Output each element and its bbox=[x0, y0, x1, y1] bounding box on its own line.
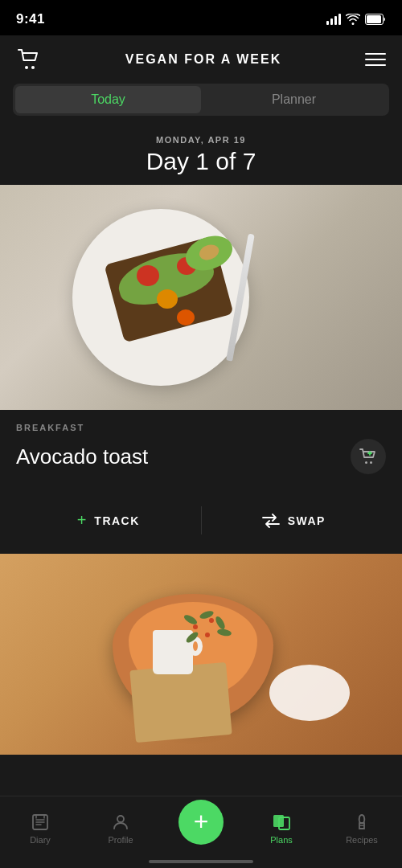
add-icon: + bbox=[194, 809, 209, 834]
diary-icon bbox=[31, 813, 50, 832]
svg-point-5 bbox=[370, 461, 372, 464]
svg-point-7 bbox=[117, 816, 124, 822]
cart-icon[interactable] bbox=[16, 47, 42, 72]
bottom-nav: Diary Profile + Plans Recipes bbox=[0, 796, 402, 868]
add-to-cart-button[interactable] bbox=[351, 439, 386, 474]
status-icons bbox=[326, 14, 386, 25]
svg-rect-1 bbox=[367, 15, 381, 23]
nav-item-plans[interactable]: Plans bbox=[241, 813, 322, 845]
profile-icon bbox=[111, 813, 130, 832]
recipes-icon bbox=[352, 813, 371, 832]
nav-diary-label: Diary bbox=[30, 835, 51, 845]
action-buttons: + TRACK SWAP bbox=[0, 495, 402, 554]
meal-name-row: Avocado toast bbox=[16, 439, 386, 474]
tab-today[interactable]: Today bbox=[15, 86, 201, 113]
svg-point-4 bbox=[365, 461, 367, 464]
svg-point-2 bbox=[25, 66, 28, 69]
meal-type-label: BREAKFAST bbox=[16, 423, 386, 432]
soup-cream bbox=[269, 665, 350, 721]
breakfast-image bbox=[0, 185, 402, 410]
menu-line-3 bbox=[365, 64, 386, 66]
nav-item-recipes[interactable]: Recipes bbox=[322, 813, 402, 845]
nav-item-profile[interactable]: Profile bbox=[80, 813, 161, 845]
plus-icon: + bbox=[77, 511, 87, 530]
day-label: Day 1 of 7 bbox=[0, 148, 402, 175]
header-title: VEGAN FOR A WEEK bbox=[125, 52, 281, 67]
nav-profile-label: Profile bbox=[108, 835, 133, 845]
swap-button[interactable]: SWAP bbox=[202, 500, 387, 541]
tabs: Today Planner bbox=[13, 84, 389, 116]
svg-point-3 bbox=[31, 66, 35, 69]
home-indicator bbox=[149, 860, 253, 863]
swap-icon bbox=[262, 514, 280, 528]
signal-icon bbox=[326, 14, 341, 25]
date-label: MONDAY, APR 19 bbox=[0, 135, 402, 145]
track-label: TRACK bbox=[94, 514, 140, 527]
add-button[interactable]: + bbox=[178, 800, 224, 845]
tomato-1 bbox=[137, 265, 159, 286]
status-time: 9:41 bbox=[16, 11, 45, 27]
tab-planner[interactable]: Planner bbox=[201, 86, 387, 113]
meal-info: BREAKFAST Avocado toast bbox=[0, 410, 402, 495]
nav-recipes-label: Recipes bbox=[346, 835, 378, 845]
nav-plans-label: Plans bbox=[270, 835, 293, 845]
menu-line-2 bbox=[365, 59, 386, 60]
header: VEGAN FOR A WEEK bbox=[0, 35, 402, 84]
battery-icon bbox=[365, 14, 386, 25]
track-button[interactable]: + TRACK bbox=[16, 500, 201, 541]
tomato-4 bbox=[177, 309, 195, 326]
plans-icon bbox=[272, 813, 291, 832]
swap-label: SWAP bbox=[288, 514, 326, 527]
nav-item-diary[interactable]: Diary bbox=[0, 813, 80, 845]
tomato-2 bbox=[157, 289, 178, 309]
date-section: MONDAY, APR 19 Day 1 of 7 bbox=[0, 122, 402, 185]
menu-line-1 bbox=[365, 53, 386, 55]
nav-item-add[interactable]: + bbox=[161, 800, 241, 858]
status-bar: 9:41 bbox=[0, 0, 402, 35]
wifi-icon bbox=[346, 14, 360, 25]
meal-name: Avocado toast bbox=[16, 444, 148, 469]
menu-button[interactable] bbox=[365, 53, 386, 66]
lunch-image bbox=[0, 554, 402, 755]
